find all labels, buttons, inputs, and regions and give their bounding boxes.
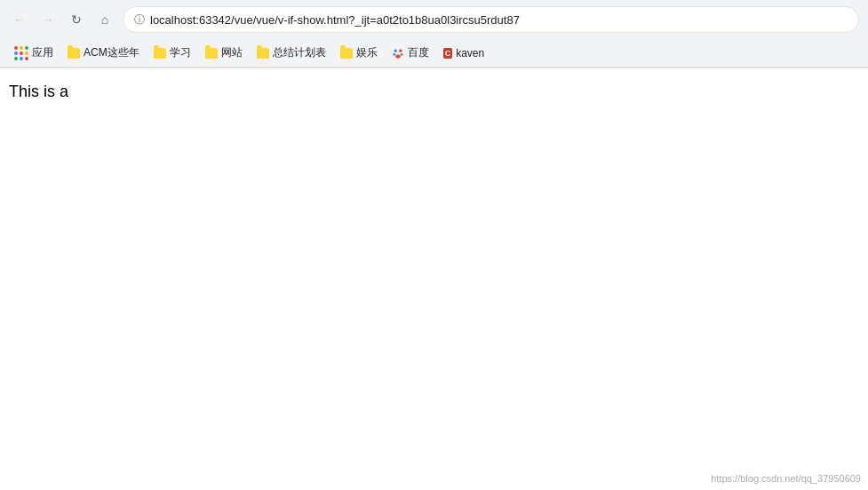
apps-bookmark[interactable]: 应用 — [9, 43, 59, 62]
refresh-icon: ↻ — [71, 12, 82, 27]
bookmark-label-acm: ACM这些年 — [84, 45, 139, 60]
bookmark-entertainment[interactable]: 娱乐 — [335, 43, 383, 62]
browser-chrome: ← → ↻ ⌂ ⓘ localhost:63342/vue/vue/v-if-s… — [0, 0, 868, 68]
folder-icon-acm — [68, 48, 80, 59]
lock-icon: ⓘ — [134, 12, 145, 28]
bookmark-summary[interactable]: 总结计划表 — [251, 43, 331, 62]
apps-label: 应用 — [32, 45, 53, 60]
bookmark-acm[interactable]: ACM这些年 — [62, 43, 145, 62]
bookmarks-bar: 应用 ACM这些年 学习 网站 总结计划表 娱乐 — [0, 39, 868, 67]
address-bar[interactable]: ⓘ localhost:63342/vue/vue/v-if-show.html… — [123, 6, 859, 33]
bookmark-label-study: 学习 — [170, 45, 191, 60]
forward-icon: → — [42, 12, 54, 27]
back-button[interactable]: ← — [9, 9, 30, 30]
bookmark-label-baidu: 百度 — [408, 45, 429, 60]
home-button[interactable]: ⌂ — [94, 9, 115, 30]
svg-point-2 — [395, 54, 401, 58]
page-main-text: This is a — [9, 83, 859, 101]
csdn-icon: C — [443, 48, 453, 59]
bookmark-study[interactable]: 学习 — [148, 43, 196, 62]
folder-icon-summary — [257, 48, 269, 59]
home-icon: ⌂ — [101, 12, 108, 27]
url-text: localhost:63342/vue/vue/v-if-show.html?_… — [150, 13, 848, 27]
svg-point-3 — [393, 53, 395, 56]
refresh-button[interactable]: ↻ — [66, 9, 87, 30]
baidu-icon — [392, 47, 404, 59]
bookmark-label-website: 网站 — [221, 45, 243, 60]
folder-icon-study — [154, 48, 166, 59]
folder-icon-website — [205, 48, 218, 59]
bookmark-baidu[interactable]: 百度 — [386, 43, 434, 62]
bookmark-label-summary: 总结计划表 — [273, 45, 326, 60]
watermark-text: https://blog.csdn.net/qq_37950609 — [711, 473, 861, 484]
apps-icon — [14, 46, 28, 60]
page-content: This is a https://blog.csdn.net/qq_37950… — [0, 68, 868, 490]
folder-icon-entertainment — [340, 48, 353, 59]
bookmark-label-entertainment: 娱乐 — [356, 45, 378, 60]
bookmark-label-kaven: kaven — [456, 47, 484, 59]
svg-point-4 — [400, 53, 402, 56]
svg-point-1 — [399, 49, 402, 51]
bookmark-kaven[interactable]: C kaven — [438, 45, 490, 61]
back-icon: ← — [13, 12, 26, 27]
nav-bar: ← → ↻ ⌂ ⓘ localhost:63342/vue/vue/v-if-s… — [0, 0, 868, 39]
svg-point-0 — [394, 49, 396, 51]
bookmark-website[interactable]: 网站 — [200, 43, 248, 62]
forward-button[interactable]: → — [37, 9, 59, 30]
